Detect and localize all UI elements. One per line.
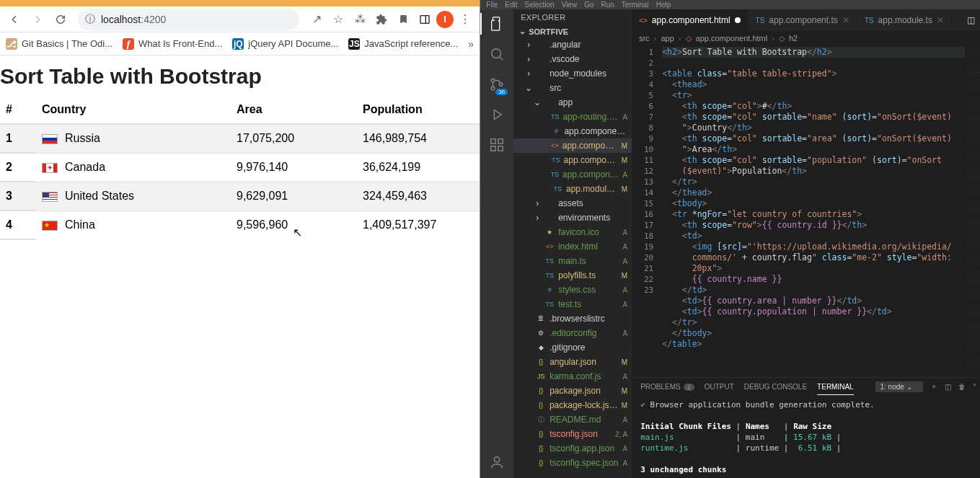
svg-point-10: [494, 457, 499, 462]
file-tree-item[interactable]: TSapp.component.spec.tsA: [513, 167, 632, 182]
file-tree-item[interactable]: TSapp.module.tsM: [513, 182, 632, 196]
bottom-panel: PROBLEMS2 OUTPUT DEBUG CONSOLE TERMINAL …: [632, 377, 980, 478]
bookmark-item[interactable]: ⎇Git Basics | The Odi...: [6, 38, 112, 50]
editor-tab[interactable]: TSapp.component.ts✕: [749, 9, 857, 31]
file-tree-item[interactable]: ≣.browserslistrc: [513, 311, 632, 326]
file-tree-item[interactable]: ⚙.editorconfigA: [513, 326, 632, 340]
file-tree-item[interactable]: {}package.jsonM: [513, 384, 632, 398]
browser-menu-icon[interactable]: ⋮: [455, 9, 475, 30]
cell-population: 324,459,463: [357, 182, 480, 211]
bookmarks-bar: ⎇Git Basics | The Odi... ƒWhat Is Front-…: [0, 32, 480, 56]
file-tree-item[interactable]: #styles.cssA: [513, 283, 632, 297]
split-terminal-icon[interactable]: ◫: [945, 383, 951, 391]
scm-tab-icon[interactable]: 36: [488, 76, 506, 93]
cell-country: Russia: [36, 124, 231, 153]
tab-debug-console[interactable]: DEBUG CONSOLE: [744, 381, 807, 393]
file-tree-item[interactable]: {}angular.jsonM: [513, 355, 632, 369]
file-tree-item[interactable]: JSkarma.conf.jsA: [513, 369, 632, 384]
explorer-tab-icon[interactable]: [488, 15, 506, 32]
file-tree-item[interactable]: <>index.htmlA: [513, 239, 632, 254]
url-port: :4200: [141, 14, 166, 25]
terminal-selector[interactable]: 1: node ⌄: [875, 381, 923, 392]
cell-population: 146,989,754: [357, 124, 480, 153]
profile-avatar[interactable]: I: [436, 11, 454, 28]
file-tree-item[interactable]: {}package-lock.jsonM: [513, 398, 632, 412]
svg-point-5: [499, 83, 503, 87]
cell-area: 17,075,200: [231, 124, 357, 153]
accounts-icon[interactable]: [488, 453, 506, 471]
file-tree-item[interactable]: ⓘREADME.mdA: [513, 412, 632, 427]
file-tree-item[interactable]: ★favicon.icoA: [513, 225, 632, 239]
file-tree-item[interactable]: {}tsconfig.json2, A: [513, 427, 632, 441]
svg-rect-7: [491, 146, 495, 151]
reading-list-icon[interactable]: [393, 9, 413, 30]
debug-tab-icon[interactable]: [488, 106, 506, 123]
share-icon[interactable]: ↗: [306, 9, 327, 30]
ext-icon[interactable]: ⁂: [350, 9, 370, 30]
file-tree-item[interactable]: TSpolyfills.tsM: [513, 268, 632, 283]
file-tree-item[interactable]: TStest.tsA: [513, 297, 632, 311]
kill-terminal-icon[interactable]: 🗑: [958, 383, 966, 391]
editor-tab[interactable]: <>app.component.html: [632, 9, 748, 31]
file-tree-item[interactable]: ⌄app: [513, 95, 632, 110]
svg-rect-9: [498, 139, 503, 143]
tab-terminal[interactable]: TERMINAL: [817, 381, 854, 393]
table-row: 1 Russia 17,075,200 146,989,754: [0, 124, 480, 153]
site-info-icon[interactable]: ⓘ: [85, 13, 95, 26]
back-button[interactable]: [4, 9, 25, 30]
bookmarks-overflow-icon[interactable]: »: [468, 38, 474, 50]
table-row: 4 China 9,596,960 1,409,517,397: [0, 211, 480, 239]
svg-rect-0: [420, 15, 429, 23]
panel-icon[interactable]: [415, 9, 435, 30]
split-editor-icon[interactable]: ◫: [967, 15, 975, 25]
file-tree-item[interactable]: ◆.gitignore: [513, 340, 632, 355]
reload-button[interactable]: [50, 9, 71, 30]
cell-area: 9,976,140: [231, 153, 357, 182]
file-tree-item[interactable]: ›assets: [513, 196, 632, 211]
editor-tabs: <>app.component.htmlTSapp.component.ts✕T…: [632, 9, 980, 31]
workspace-name[interactable]: ⌄SORTFIVE: [513, 25, 632, 37]
tab-output[interactable]: OUTPUT: [705, 381, 734, 393]
vscode-menubar[interactable]: FileEditSelectionViewGoRunTerminalHelp: [480, 0, 980, 9]
forward-button[interactable]: [27, 9, 48, 30]
bookmark-item[interactable]: JSJavaScript reference...: [348, 38, 458, 50]
search-tab-icon[interactable]: [488, 45, 506, 63]
file-tree-item[interactable]: TSapp-routing.module.tsA: [513, 110, 632, 124]
file-tree-item[interactable]: <>app.component.htmlM: [513, 138, 632, 153]
extensions-icon[interactable]: [371, 9, 392, 30]
col-country[interactable]: Country: [36, 96, 231, 124]
file-tree-item[interactable]: {}tsconfig.app.jsonA: [513, 441, 632, 456]
file-tree-item[interactable]: #app.component.css: [513, 124, 632, 138]
terminal-output[interactable]: ✔ Browser application bundle generation …: [632, 395, 980, 478]
file-tree-item[interactable]: ›environments: [513, 211, 632, 225]
url-bar[interactable]: ⓘ localhost:4200: [78, 9, 299, 30]
file-tree-item[interactable]: ⌄src: [513, 81, 632, 95]
col-index[interactable]: #: [0, 96, 36, 124]
file-tree-item[interactable]: TSmain.tsA: [513, 254, 632, 268]
editor-tab[interactable]: TSapp.module.ts✕: [857, 9, 952, 31]
file-tree-item[interactable]: TSapp.component.tsM: [513, 153, 632, 167]
editor[interactable]: 1234567891011121314151617181920212223 <h…: [632, 45, 980, 377]
cell-country: China: [36, 211, 231, 239]
new-terminal-icon[interactable]: ＋: [930, 381, 937, 391]
tab-problems[interactable]: PROBLEMS2: [640, 381, 694, 393]
file-tree-item[interactable]: ›.vscode: [513, 52, 632, 66]
col-population[interactable]: Population: [357, 96, 480, 124]
file-tree-item[interactable]: {}tsconfig.spec.jsonA: [513, 456, 632, 470]
col-area[interactable]: Area: [231, 96, 357, 124]
maximize-panel-icon[interactable]: ˄: [973, 383, 976, 391]
file-tree-item[interactable]: ›.angular: [513, 37, 632, 52]
cell-population: 1,409,517,397: [357, 211, 480, 239]
breadcrumb[interactable]: src› app› ◇app.component.html› ◇h2: [632, 31, 980, 45]
cell-area: 9,629,091: [231, 182, 357, 211]
extensions-tab-icon[interactable]: [488, 136, 506, 154]
file-tree-item[interactable]: ›node_modules: [513, 66, 632, 81]
minimap[interactable]: [965, 45, 980, 377]
page-content: Sort Table with Bootstrap # Country Area…: [0, 56, 480, 478]
bookmark-item[interactable]: jQjQuery API Docume...: [232, 38, 338, 50]
explorer-title: EXPLORER: [513, 9, 632, 25]
row-index: 3: [0, 182, 36, 211]
bookmark-star-icon[interactable]: ☆: [328, 9, 348, 30]
bookmark-item[interactable]: ƒWhat Is Front-End...: [123, 38, 222, 50]
page-title: Sort Table with Bootstrap: [0, 60, 480, 96]
